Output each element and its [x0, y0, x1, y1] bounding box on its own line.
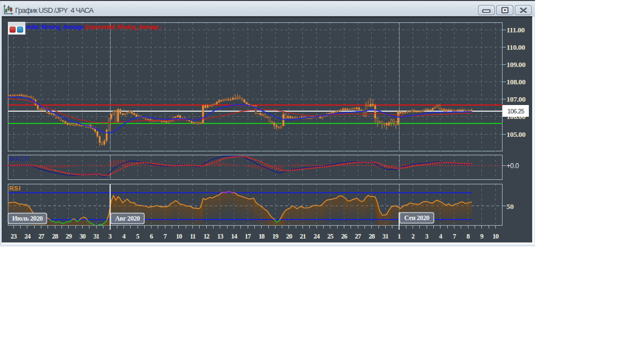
svg-text:20: 20	[286, 232, 292, 240]
svg-text:29: 29	[66, 232, 72, 240]
svg-text:18: 18	[258, 232, 264, 240]
svg-text:RSI: RSI	[10, 185, 21, 192]
svg-text:108.00: 108.00	[506, 78, 525, 86]
svg-text:14: 14	[231, 232, 237, 240]
svg-text:110.00: 110.00	[506, 43, 525, 51]
svg-text:17: 17	[245, 232, 251, 240]
svg-text:Авг 2020: Авг 2020	[115, 215, 140, 222]
svg-text:4: 4	[439, 232, 442, 240]
svg-text:1: 1	[397, 232, 401, 240]
svg-text:11: 11	[190, 232, 196, 240]
svg-text:31: 31	[382, 232, 389, 240]
svg-text:13: 13	[217, 232, 224, 240]
svg-text:2: 2	[411, 232, 415, 240]
svg-text:28: 28	[52, 232, 58, 240]
svg-text:27: 27	[38, 232, 44, 240]
svg-text:7: 7	[453, 232, 456, 240]
svg-text:30: 30	[79, 232, 86, 240]
svg-text:19: 19	[272, 232, 278, 240]
svg-text:8: 8	[466, 232, 470, 240]
svg-text:4: 4	[122, 232, 126, 240]
svg-text:10: 10	[176, 232, 182, 240]
svg-text:9: 9	[480, 232, 484, 240]
svg-text:Сен 2020: Сен 2020	[404, 214, 429, 222]
svg-text:5: 5	[136, 232, 139, 240]
svg-text:21: 21	[300, 232, 306, 240]
svg-text:28: 28	[368, 232, 375, 240]
svg-text:50: 50	[506, 202, 514, 211]
svg-text:3: 3	[425, 232, 429, 240]
svg-text:27: 27	[355, 232, 361, 240]
svg-text:ential_Moving_Average: ential_Moving_Average	[26, 23, 84, 30]
svg-text:105.00: 105.00	[506, 130, 525, 139]
svg-text:6: 6	[150, 232, 153, 240]
svg-text:23: 23	[11, 232, 17, 240]
svg-text:3: 3	[108, 232, 112, 240]
svg-text:109.00: 109.00	[506, 60, 525, 69]
svg-text:7: 7	[164, 232, 167, 240]
svg-text:Июль 2020: Июль 2020	[12, 215, 43, 222]
svg-text:+0.0: +0.0	[506, 162, 519, 170]
svg-text:12: 12	[203, 232, 210, 240]
svg-text:График USD /JPY 4 ЧАСА: График USD /JPY 4 ЧАСА	[15, 6, 94, 15]
svg-text:MACD: MACD	[10, 155, 30, 162]
svg-text:24: 24	[314, 232, 320, 240]
svg-text:25: 25	[328, 232, 334, 240]
svg-text:24: 24	[25, 232, 31, 240]
svg-text:107.00: 107.00	[506, 95, 525, 103]
svg-text:31: 31	[93, 232, 100, 240]
svg-text:26: 26	[341, 232, 347, 240]
svg-text:111.00: 111.00	[506, 26, 525, 34]
svg-text:.Exponential_Moving_Average -: .Exponential_Moving_Average -	[84, 23, 162, 30]
svg-text:106.25: 106.25	[507, 108, 524, 115]
svg-text:10: 10	[493, 232, 499, 240]
